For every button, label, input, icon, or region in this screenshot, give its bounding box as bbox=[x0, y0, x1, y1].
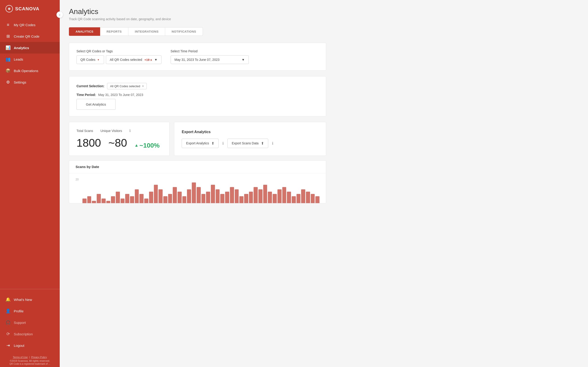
chart-bar bbox=[120, 199, 125, 203]
analytics-icon: 📊 bbox=[6, 45, 11, 50]
sidebar: ⊕ SCANOVA ‹ ≡ My QR Codes ⊞ Create QR Co… bbox=[0, 0, 60, 367]
chart-area: 20 bbox=[69, 173, 326, 203]
chart-bar bbox=[225, 192, 229, 203]
tab-reports[interactable]: REPORTS bbox=[100, 27, 128, 36]
upload-icon: ⬆ bbox=[211, 141, 214, 146]
sidebar-item-leads[interactable]: 👥 Leads bbox=[0, 53, 60, 65]
qr-type-dropdown[interactable]: QR Codes ▼ bbox=[77, 55, 104, 64]
main-content: Analytics Track QR Code scanning activit… bbox=[60, 0, 588, 367]
sidebar-item-logout[interactable]: ⇥ Logout bbox=[0, 340, 60, 351]
sidebar-label-subscription: Subscription bbox=[14, 332, 33, 336]
chart-bar bbox=[106, 201, 111, 203]
arrow-up-icon: ▲ bbox=[134, 143, 138, 148]
sidebar-item-analytics[interactable]: 📊 Analytics bbox=[0, 42, 60, 53]
chart-bar bbox=[163, 196, 167, 203]
trademark-text: QR Code is a registered trademark of ... bbox=[9, 363, 50, 365]
chart-bar bbox=[230, 187, 234, 203]
export-card: Export Analytics Export Analytics ⬆ ℹ Ex… bbox=[174, 122, 326, 156]
get-analytics-button[interactable]: Get Analytics bbox=[77, 99, 116, 110]
copyright-text: ©2019 Scanova. All rights reserved. bbox=[10, 359, 50, 362]
qr-filter-group: Select QR Codes or Tags QR Codes ▼ All Q… bbox=[77, 49, 162, 64]
sidebar-item-profile[interactable]: 👤 Profile bbox=[0, 305, 60, 317]
qr-selection-chevron-icon: ▼ bbox=[154, 58, 158, 61]
export-analytics-button[interactable]: Export Analytics ⬆ bbox=[182, 139, 219, 148]
unique-visitors-value: ~80 bbox=[108, 137, 127, 149]
qr-codes-icon: ≡ bbox=[6, 23, 11, 27]
bell-icon: 🔔 bbox=[6, 297, 11, 302]
chart-bar bbox=[92, 201, 96, 203]
sidebar-label-logout: Logout bbox=[14, 344, 24, 348]
chart-bar bbox=[149, 192, 153, 203]
remove-selection-button[interactable]: × bbox=[142, 84, 144, 88]
sidebar-footer: Terms of Use | Privacy Policy ©2019 Scan… bbox=[0, 353, 60, 367]
time-period-value: May 31, 2023 To June 07, 2023 bbox=[175, 58, 220, 61]
export-scans-info-icon[interactable]: ℹ bbox=[272, 141, 273, 146]
sidebar-item-my-qr-codes[interactable]: ≡ My QR Codes bbox=[0, 19, 60, 31]
logout-icon: ⇥ bbox=[6, 343, 11, 348]
sidebar-item-support[interactable]: 🎧 Support bbox=[0, 317, 60, 328]
chart-bar bbox=[206, 192, 210, 203]
sidebar-label-profile: Profile bbox=[14, 309, 24, 313]
chart-bar bbox=[97, 194, 101, 203]
time-filter-group: Select Time Period May 31, 2023 To June … bbox=[171, 49, 249, 64]
tab-integrations[interactable]: INTEGRATIONS bbox=[128, 27, 165, 36]
stats-header: Total Scans Unique Visitors ℹ bbox=[77, 129, 162, 133]
chart-bar bbox=[116, 192, 120, 203]
stats-info-icon[interactable]: ℹ bbox=[129, 129, 131, 133]
terms-link[interactable]: Terms of Use bbox=[13, 356, 28, 359]
chart-bar bbox=[244, 194, 248, 203]
chart-bar bbox=[102, 199, 106, 203]
sidebar-collapse-button[interactable]: ‹ bbox=[57, 11, 63, 18]
export-analytics-label: Export Analytics bbox=[186, 141, 209, 145]
chart-bar bbox=[311, 194, 315, 203]
time-chevron-icon: ▼ bbox=[242, 58, 245, 61]
percent-change-value: ▲ ~100% bbox=[134, 142, 160, 149]
chart-bar bbox=[187, 189, 191, 203]
chart-bar bbox=[182, 196, 187, 203]
tab-bar: ANALYTICS REPORTS INTEGRATIONS NOTIFICAT… bbox=[69, 27, 326, 36]
qr-type-value: QR Codes bbox=[80, 58, 95, 61]
chart-bar bbox=[263, 185, 267, 203]
qr-selection-dropdown[interactable]: All QR Codes selected +19 x ▼ bbox=[106, 55, 162, 64]
chevron-left-icon: ‹ bbox=[59, 13, 60, 17]
privacy-link[interactable]: Privacy Policy bbox=[31, 356, 47, 359]
sidebar-label-support: Support bbox=[14, 321, 26, 325]
leads-icon: 👥 bbox=[6, 57, 11, 62]
tab-analytics[interactable]: ANALYTICS bbox=[69, 27, 100, 36]
create-icon: ⊞ bbox=[6, 34, 11, 39]
sidebar-item-create-qr-code[interactable]: ⊞ Create QR Code bbox=[0, 31, 60, 42]
chart-bar bbox=[192, 183, 196, 203]
brand-logo[interactable]: ⊕ SCANOVA bbox=[0, 0, 60, 17]
sidebar-item-bulk-operations[interactable]: 📦 Bulk Operations bbox=[0, 65, 60, 76]
chart-bar bbox=[87, 196, 91, 203]
page-subtitle: Track QR Code scanning activity based on… bbox=[69, 17, 326, 21]
chart-bar bbox=[168, 194, 172, 203]
sidebar-item-settings[interactable]: ⚙ Settings bbox=[0, 76, 60, 88]
sidebar-item-subscription[interactable]: ⟳ Subscription bbox=[0, 328, 60, 340]
bulk-icon: 📦 bbox=[6, 68, 11, 73]
export-scans-label: Export Scans Data bbox=[232, 141, 259, 145]
time-period-row: Time Period: May 31, 2023 To June 07, 20… bbox=[77, 93, 319, 97]
chart-bar bbox=[130, 196, 134, 203]
chart-bar bbox=[111, 196, 115, 203]
stats-values: 1800 ~80 ▲ ~100% bbox=[77, 137, 162, 149]
chart-bar bbox=[306, 192, 310, 203]
tab-notifications[interactable]: NOTIFICATIONS bbox=[165, 27, 203, 36]
time-period-dropdown[interactable]: May 31, 2023 To June 07, 2023 ▼ bbox=[171, 55, 249, 64]
subscription-icon: ⟳ bbox=[6, 331, 11, 336]
time-period-value: May 31, 2023 To June 07, 2023 bbox=[98, 93, 143, 97]
sidebar-item-whats-new[interactable]: 🔔 What's New bbox=[0, 294, 60, 305]
chart-bar bbox=[139, 194, 144, 203]
export-analytics-info-icon[interactable]: ℹ bbox=[222, 141, 224, 146]
chart-bar bbox=[83, 199, 87, 203]
chart-bar bbox=[235, 189, 239, 203]
total-scans-label: Total Scans bbox=[77, 129, 93, 133]
qr-badge: +19 x bbox=[145, 58, 152, 61]
sidebar-label-my-qr-codes: My QR Codes bbox=[14, 23, 35, 27]
chart-bar bbox=[254, 187, 258, 203]
export-scans-button[interactable]: Export Scans Data ⬆ bbox=[227, 139, 268, 148]
filter-section: Select QR Codes or Tags QR Codes ▼ All Q… bbox=[69, 43, 326, 71]
chart-bar bbox=[277, 189, 281, 203]
support-icon: 🎧 bbox=[6, 320, 11, 325]
chart-bar bbox=[197, 187, 201, 203]
